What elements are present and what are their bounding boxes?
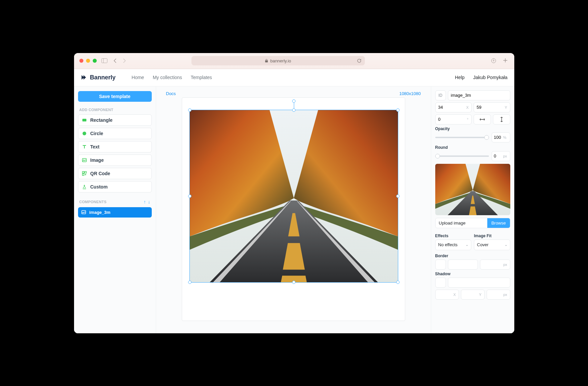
chevron-down-icon: ⌄ (505, 243, 507, 247)
canvas[interactable] (182, 97, 405, 321)
nav-templates[interactable]: Templates (191, 75, 212, 80)
url-text: bannerly.io (270, 58, 291, 63)
id-field[interactable] (448, 90, 510, 100)
add-circle-button[interactable]: Circle (78, 128, 152, 139)
shadow-x-field[interactable]: X (435, 290, 459, 300)
svg-rect-8 (82, 171, 84, 173)
resize-handle-tr[interactable] (396, 108, 400, 112)
canvas-dimensions: 1080x1080 (399, 91, 421, 96)
canvas-area: Docs 1080x1080 (156, 86, 431, 333)
svg-rect-0 (101, 59, 107, 63)
svg-rect-9 (85, 171, 86, 173)
components-header: Components ↑ ↓ (78, 199, 152, 205)
effects-label: Effects (435, 234, 472, 238)
window-maximize-button[interactable] (93, 59, 97, 63)
text-icon (82, 144, 87, 149)
image-layer-icon (81, 210, 86, 215)
sidebar-toggle-icon[interactable] (100, 57, 109, 64)
brand-icon (81, 74, 87, 81)
shadow-color-swatch[interactable] (435, 278, 446, 288)
resize-handle-bl[interactable] (188, 281, 191, 284)
border-width-field[interactable]: px (480, 260, 510, 270)
lock-icon (265, 59, 268, 63)
nav-user[interactable]: Jakub Pomykała (473, 75, 508, 80)
image-icon (82, 157, 87, 163)
image-preview (435, 164, 510, 215)
nav-collections[interactable]: My collections (153, 75, 182, 80)
window-close-button[interactable] (79, 59, 83, 63)
flip-h-icon (480, 117, 485, 121)
reload-icon[interactable] (357, 58, 362, 63)
border-label: Border (435, 254, 510, 258)
fit-label: Image Fit (474, 234, 510, 238)
resize-handle-br[interactable] (396, 281, 400, 284)
layer-move-down-icon[interactable]: ↓ (148, 199, 150, 205)
upload-label: Upload image (436, 218, 488, 228)
rectangle-icon (82, 117, 87, 123)
brand-name: Bannerly (90, 74, 116, 81)
round-slider-thumb[interactable] (435, 154, 440, 158)
app-header: Bannerly Home My collections Templates H… (74, 69, 514, 86)
add-qrcode-button[interactable]: QR Code (78, 168, 152, 179)
selected-element[interactable] (189, 110, 398, 283)
downloads-icon[interactable] (490, 57, 498, 65)
custom-icon (82, 184, 87, 189)
shadow-blur-field[interactable]: px (487, 290, 510, 300)
opacity-label: Opacity (435, 126, 510, 131)
rotate-handle[interactable] (292, 99, 296, 103)
fit-select[interactable]: Cover⌄ (474, 240, 510, 250)
x-field[interactable]: X (435, 102, 472, 112)
nav-back-button[interactable] (112, 57, 118, 64)
flip-vertical-button[interactable] (493, 114, 510, 124)
browser-window: bannerly.io Bannerly Home My collections… (74, 53, 514, 333)
resize-handle-l[interactable] (188, 195, 191, 198)
effects-select[interactable]: No effects⌄ (435, 240, 472, 250)
round-label: Round (435, 145, 510, 150)
opacity-value[interactable]: % (492, 132, 510, 142)
workspace: Save template Add component Rectangle Ci… (74, 86, 514, 333)
layer-item-label: image_3m (89, 210, 111, 215)
svg-rect-11 (85, 174, 86, 175)
nav-help[interactable]: Help (455, 75, 465, 80)
brand-logo[interactable]: Bannerly (81, 74, 116, 81)
breadcrumb-docs[interactable]: Docs (166, 91, 176, 96)
resize-handle-tl[interactable] (188, 108, 191, 112)
add-image-button[interactable]: Image (78, 154, 152, 166)
traffic-lights (79, 59, 97, 63)
save-template-button[interactable]: Save template (78, 91, 152, 102)
browser-titlebar: bannerly.io (74, 53, 514, 69)
layer-move-up-icon[interactable]: ↑ (144, 199, 146, 205)
preview-image (435, 164, 510, 215)
browse-button[interactable]: Browse (487, 218, 510, 228)
y-field[interactable]: Y (474, 102, 510, 112)
canvas-image (190, 110, 398, 282)
resize-handle-t[interactable] (292, 108, 296, 112)
round-value[interactable]: px (492, 151, 510, 161)
resize-handle-r[interactable] (396, 195, 400, 198)
flip-horizontal-button[interactable] (474, 114, 491, 124)
flip-v-icon (500, 117, 504, 122)
header-right: Help Jakub Pomykała (455, 75, 508, 80)
shadow-y-field[interactable]: Y (461, 290, 485, 300)
shadow-color-field[interactable] (448, 278, 510, 288)
round-slider[interactable] (435, 155, 489, 157)
svg-rect-4 (82, 119, 86, 121)
circle-icon (82, 131, 87, 136)
add-text-button[interactable]: Text (78, 141, 152, 152)
qrcode-icon (82, 171, 87, 176)
border-color-swatch[interactable] (435, 260, 446, 270)
nav-forward-button[interactable] (121, 57, 127, 64)
layer-item-image-3m[interactable]: image_3m (78, 207, 152, 218)
properties-panel: ID X Y ° Opacity % Round px (431, 86, 514, 333)
window-minimize-button[interactable] (86, 59, 90, 63)
add-rectangle-button[interactable]: Rectangle (78, 114, 152, 126)
add-custom-button[interactable]: Custom (78, 181, 152, 192)
url-bar[interactable]: bannerly.io (191, 56, 365, 65)
resize-handle-b[interactable] (292, 281, 296, 284)
nav-home[interactable]: Home (132, 75, 144, 80)
opacity-slider[interactable] (435, 137, 489, 138)
border-color-field[interactable] (448, 260, 478, 270)
new-tab-icon[interactable] (502, 57, 509, 65)
opacity-slider-thumb[interactable] (484, 135, 489, 140)
rotation-field[interactable]: ° (435, 114, 472, 124)
